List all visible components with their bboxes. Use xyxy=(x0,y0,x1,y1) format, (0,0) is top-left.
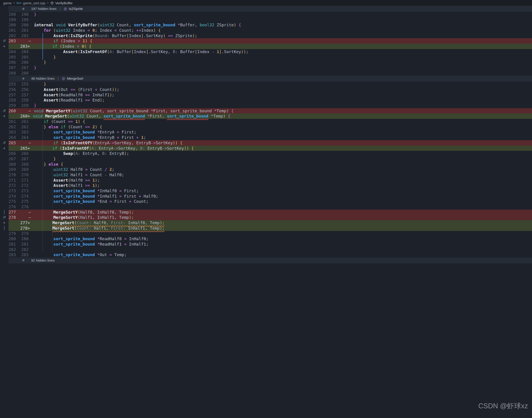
glyph-margin xyxy=(0,188,9,194)
hidden-symbol-name[interactable]: IsZSprite xyxy=(69,7,83,11)
code-token xyxy=(34,119,44,124)
code-token: + xyxy=(95,87,97,92)
breadcrumb-item-file[interactable]: game_sort.cpp xyxy=(23,1,45,5)
code-token xyxy=(34,28,44,33)
change-bar[interactable]: │ xyxy=(0,209,9,215)
code-line[interactable]: sort_sprite_bound *EntryB = First + 1; xyxy=(34,135,532,140)
code-line[interactable]: void MergeSortY(uint32 Count, sort_sprit… xyxy=(34,108,532,114)
glyph-margin xyxy=(0,28,9,33)
code-line[interactable]: for (uint32 Index = 0; Index < Count; ++… xyxy=(34,28,532,33)
code-token xyxy=(95,236,97,241)
line-number-new: 283 xyxy=(21,252,34,257)
code-line[interactable]: internal void VerifyBuffer(uint32 Count,… xyxy=(34,22,532,28)
code-line[interactable] xyxy=(34,247,532,252)
code-token xyxy=(34,55,54,59)
code-line[interactable]: uint32 Half0 = Count / 2; xyxy=(34,167,532,172)
code-token: Half0 xyxy=(70,178,85,183)
unfold-icon[interactable]: ✳ xyxy=(22,258,25,262)
code-line[interactable]: } xyxy=(34,60,532,65)
code-line[interactable]: sort_sprite_bound *End = First + Count; xyxy=(34,199,532,204)
code-line[interactable]: } else if (Count == 2) { xyxy=(34,124,532,130)
hidden-lines-bar[interactable]: ✳46 hidden lines|MergeSort xyxy=(9,76,532,81)
code-line[interactable]: Assert(ReadHalf1 == End); xyxy=(34,97,532,103)
code-token: ; xyxy=(144,135,146,140)
code-token: SortKey xyxy=(155,140,173,145)
revert-change-icon[interactable]: ↺ xyxy=(0,215,9,220)
line-number-old: 207 xyxy=(9,65,21,70)
revert-change-icon[interactable]: ↺ xyxy=(0,108,9,114)
code-line[interactable]: } xyxy=(34,65,532,70)
glyph-margin xyxy=(0,12,9,17)
line-number-old: 259 xyxy=(9,103,21,108)
code-token: ) xyxy=(160,220,162,225)
code-line[interactable]: if (IsInFrontOfY(EntryA->SortKey, EntryB… xyxy=(34,140,532,146)
code-token: void xyxy=(33,114,43,118)
code-line[interactable] xyxy=(34,17,532,23)
code-line[interactable]: Assert(Half0 >= 1); xyxy=(34,178,532,183)
stage-change-icon[interactable]: + xyxy=(0,44,9,49)
code-line[interactable] xyxy=(34,70,532,76)
hidden-lines-label: 92 hidden lines xyxy=(31,258,55,262)
code-token: 1 xyxy=(217,49,219,54)
code-line[interactable] xyxy=(34,204,532,209)
code-line[interactable] xyxy=(34,231,532,236)
stage-change-icon[interactable]: + xyxy=(0,114,9,119)
code-line[interactable]: } xyxy=(34,156,532,162)
code-line[interactable]: if (Index > 0) { xyxy=(33,44,532,49)
hidden-symbol-name[interactable]: MergeSort xyxy=(67,77,83,81)
code-token: ( xyxy=(92,140,95,145)
code-line[interactable]: if (IsInFrontOf(A: EntryA->SortKey, B: E… xyxy=(33,146,532,151)
code-line[interactable]: if (Index > 1) { xyxy=(34,38,532,44)
code-line[interactable]: MergeSortY(Half0, InHalf0, Temp); xyxy=(34,209,532,215)
hidden-lines-bar[interactable]: ✳92 hidden lines xyxy=(9,257,532,263)
code-row-del: ↺203— if (Index > 1) { xyxy=(0,38,532,44)
code-line[interactable]: } xyxy=(34,55,532,60)
code-token: SortKey xyxy=(167,146,184,151)
line-number-new: 201 xyxy=(21,28,34,33)
hidden-lines-bar[interactable]: ✳197 hidden lines|IsZSprite xyxy=(9,6,532,12)
unfold-icon[interactable]: ✳ xyxy=(22,77,25,81)
stage-change-icon[interactable]: + xyxy=(0,220,9,226)
code-token: Assert xyxy=(54,183,68,188)
change-bar[interactable]: │ xyxy=(0,226,9,231)
code-token: ; xyxy=(97,183,100,188)
code-line[interactable]: MergeSort(Count: Half1, First: InHalf1, … xyxy=(33,226,532,231)
code-token xyxy=(156,28,158,33)
code-line[interactable]: Assert(IsInFrontOf(A: Buffer[Index].Sort… xyxy=(34,49,532,55)
code-line[interactable]: if (Count == 1) { xyxy=(34,119,532,124)
code-line[interactable]: void MergeSort(uint32 Count, sort_sprite… xyxy=(33,114,532,119)
code-line[interactable]: MergeSortY(Half1, InHalf1, Temp); xyxy=(34,215,532,220)
code-line[interactable]: Assert(Out == (First + Count)); xyxy=(34,87,532,92)
revert-change-icon[interactable]: ↺ xyxy=(0,38,9,44)
code-line[interactable]: sort_sprite_bound *Out = Temp; xyxy=(34,252,532,257)
code-line[interactable]: } xyxy=(34,103,532,108)
breadcrumb-item-folder[interactable]: game xyxy=(3,1,12,5)
code-line[interactable]: } xyxy=(34,81,532,87)
code-token: sort_sprite_bound xyxy=(54,252,95,257)
code-line[interactable]: Assert(Half1 >= 1); xyxy=(34,183,532,188)
code-line[interactable]: Swap(A: EntryA, B: EntryB); xyxy=(34,151,532,156)
code-line[interactable]: sort_sprite_bound *EntryA = First; xyxy=(34,129,532,135)
code-line[interactable]: sort_sprite_bound *InHalf0 = First; xyxy=(34,188,532,194)
code-line[interactable]: sort_sprite_bound *ReadHalf0 = InHalf0; xyxy=(34,236,532,242)
code-line[interactable]: uint32 Half1 = Count - Half0; xyxy=(34,172,532,178)
code-line[interactable]: sort_sprite_bound *InHalf1 = First + Hal… xyxy=(34,194,532,199)
code-token: internal xyxy=(34,23,54,27)
revert-change-icon[interactable]: ↺ xyxy=(0,140,9,146)
symbol-cube-icon xyxy=(62,77,65,80)
line-number-new: 279 xyxy=(21,231,34,236)
code-line[interactable]: MergeSort(Count: Half0, First: InHalf0, … xyxy=(33,220,532,226)
code-line[interactable]: Assert(IsZSprite(Bound: Buffer[Index].So… xyxy=(34,33,532,38)
unfold-icon[interactable]: ✳ xyxy=(22,7,25,11)
code-line[interactable]: } xyxy=(34,12,532,17)
stage-change-icon[interactable]: + xyxy=(0,146,9,151)
code-token: ( xyxy=(78,49,80,54)
code-line[interactable]: Assert(ReadHalf0 == InHalf1); xyxy=(34,92,532,98)
watermark: CSDN @虾球xz xyxy=(478,401,528,411)
code-token: ) xyxy=(129,210,131,215)
breadcrumb-item-symbol[interactable]: VerifyBuffer xyxy=(55,1,73,5)
code-line[interactable]: } else { xyxy=(34,162,532,167)
code-row-del: │277— MergeSortY(Half0, InHalf0, Temp); xyxy=(0,209,532,215)
code-line[interactable]: sort_sprite_bound *ReadHalf1 = InHalf1; xyxy=(34,242,532,247)
code-token: Index xyxy=(62,44,77,49)
